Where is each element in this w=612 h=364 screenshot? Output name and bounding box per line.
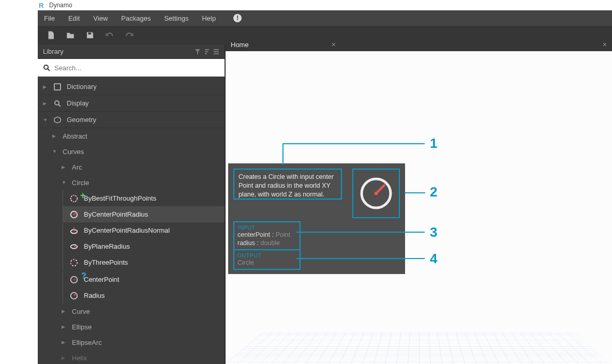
library-header: Library <box>38 44 225 59</box>
filter-icon[interactable] <box>195 49 201 55</box>
input-label: INPUT <box>237 224 296 231</box>
tooltip-description: Creates a Circle with input center Point… <box>238 173 334 198</box>
subcategory-label: EllipseArc <box>72 339 102 346</box>
svg-line-10 <box>74 212 77 215</box>
tooltip-input-box: INPUT centerPoint : Point radius : doubl… <box>233 221 301 250</box>
chevron-right-icon: ▶ <box>62 355 67 360</box>
node-label: ByPlaneRadius <box>84 242 130 250</box>
subcategory-helix[interactable]: ▶ Helix <box>38 350 225 364</box>
library-panel: Library ▶ Dictionary ▶ <box>38 44 225 364</box>
svg-rect-0 <box>88 33 91 35</box>
save-icon[interactable] <box>85 31 95 40</box>
book-icon <box>54 83 61 90</box>
node-radius[interactable]: Radius <box>63 287 225 304</box>
sort-icon[interactable] <box>204 49 210 55</box>
category-label: Dictionary <box>67 83 97 90</box>
subcategory-arc[interactable]: ▶ Arc <box>38 159 225 175</box>
subcategory-label: Abstract <box>63 132 87 140</box>
titlebar: R Dynamo <box>38 0 612 10</box>
chevron-right-icon: ▶ <box>62 164 67 170</box>
svg-point-1 <box>44 65 48 69</box>
circle-3pts-icon <box>69 258 79 267</box>
svg-point-7 <box>70 199 71 200</box>
alert-icon[interactable]: ! <box>233 14 242 22</box>
category-label: Geometry <box>67 116 96 124</box>
node-bycenterpointradiusnormal[interactable]: ByCenterPointRadiusNormal <box>63 222 225 238</box>
tooltip-output-box: OUTPUT Circle <box>233 250 301 270</box>
subcategory-curves[interactable]: ▼ Curves <box>38 144 225 159</box>
chevron-down-icon: ▼ <box>43 117 48 123</box>
undo-icon[interactable] <box>105 31 114 40</box>
callout-line <box>405 192 425 193</box>
new-file-icon[interactable] <box>46 31 55 40</box>
close-tab-icon[interactable]: × <box>332 40 336 49</box>
subcategory-label: Arc <box>72 163 82 171</box>
menu-file[interactable]: File <box>44 14 55 22</box>
annotation-4: 4 <box>430 251 437 267</box>
input-row: radius : double <box>237 239 296 247</box>
search-icon <box>43 64 50 71</box>
grid-floor <box>226 332 612 364</box>
subcategory-circle[interactable]: ▼ Circle <box>38 175 225 190</box>
svg-point-3 <box>55 101 59 105</box>
circle-dashed-icon <box>69 194 79 203</box>
list-view-icon[interactable] <box>213 49 219 55</box>
workspace-tabbar: Home × × <box>226 38 612 51</box>
node-centerpoint[interactable]: CenterPoint <box>63 271 225 287</box>
node-bythreepoints[interactable]: ByThreePoints <box>63 254 225 270</box>
search-bar <box>38 59 225 77</box>
svg-line-25 <box>376 185 385 193</box>
chevron-down-icon: ▼ <box>62 180 67 185</box>
subcategory-abstract[interactable]: ▶ Abstract <box>38 128 225 144</box>
node-bycenterpointradius[interactable]: ByCenterPointRadius <box>63 206 225 222</box>
annotation-2: 2 <box>430 184 437 200</box>
menu-settings[interactable]: Settings <box>164 14 188 22</box>
magnify-icon <box>54 100 61 107</box>
menu-help[interactable]: Help <box>202 14 216 22</box>
chevron-right-icon: ▶ <box>43 84 48 89</box>
menu-edit[interactable]: Edit <box>68 14 80 22</box>
svg-point-4 <box>71 195 78 202</box>
subcategory-label: Circle <box>72 179 89 187</box>
node-bybestfitthroughpoints[interactable]: ByBestFitThroughPoints <box>63 190 225 206</box>
library-tree: ▶ Dictionary ▶ Display ▼ Geometry ▶ Abst… <box>38 77 225 364</box>
annotation-3: 3 <box>430 224 437 240</box>
chevron-right-icon: ▶ <box>52 133 57 139</box>
menu-packages[interactable]: Packages <box>121 14 151 22</box>
circle-plane-icon <box>69 242 79 251</box>
chevron-right-icon: ▶ <box>62 324 67 329</box>
open-file-icon[interactable] <box>66 31 75 40</box>
subcategory-curve[interactable]: ▶ Curve <box>38 304 225 319</box>
chevron-right-icon: ▶ <box>62 340 67 345</box>
circle-preview-icon <box>358 175 394 211</box>
svg-point-5 <box>73 194 74 195</box>
redo-icon[interactable] <box>125 31 134 40</box>
search-input[interactable] <box>54 64 219 72</box>
menu-view[interactable]: View <box>93 14 108 22</box>
chevron-down-icon: ▼ <box>52 149 57 154</box>
node-label: ByBestFitThroughPoints <box>84 194 156 202</box>
input-row: centerPoint : Point <box>237 231 296 239</box>
close-panel-icon[interactable]: × <box>603 40 607 49</box>
node-label: Radius <box>84 292 105 299</box>
chevron-right-icon: ▶ <box>62 309 67 314</box>
node-label: ByCenterPointRadius <box>84 210 148 218</box>
category-dictionary[interactable]: ▶ Dictionary <box>38 79 225 95</box>
output-row: Circle <box>237 259 296 267</box>
cube-icon <box>54 116 61 124</box>
subcategory-ellipse[interactable]: ▶ Ellipse <box>38 319 225 335</box>
menubar: File Edit View Packages Settings Help ! <box>38 10 612 26</box>
category-display[interactable]: ▶ Display <box>38 95 225 112</box>
revit-icon: R <box>39 2 46 9</box>
subcategory-ellipsearc[interactable]: ▶ EllipseArc <box>38 335 225 350</box>
category-geometry[interactable]: ▼ Geometry <box>38 112 225 128</box>
tab-home[interactable]: Home <box>231 41 249 49</box>
node-byplaneradius[interactable]: ByPlaneRadius <box>63 238 225 254</box>
subcategory-label: Helix <box>72 354 87 362</box>
library-title: Library <box>43 48 64 55</box>
node-label: ByCenterPointRadiusNormal <box>84 226 170 234</box>
svg-point-17 <box>70 263 71 264</box>
window-title: Dynamo <box>49 2 72 9</box>
query-group-icon: ? <box>81 271 86 281</box>
subcategory-label: Curves <box>63 148 84 156</box>
